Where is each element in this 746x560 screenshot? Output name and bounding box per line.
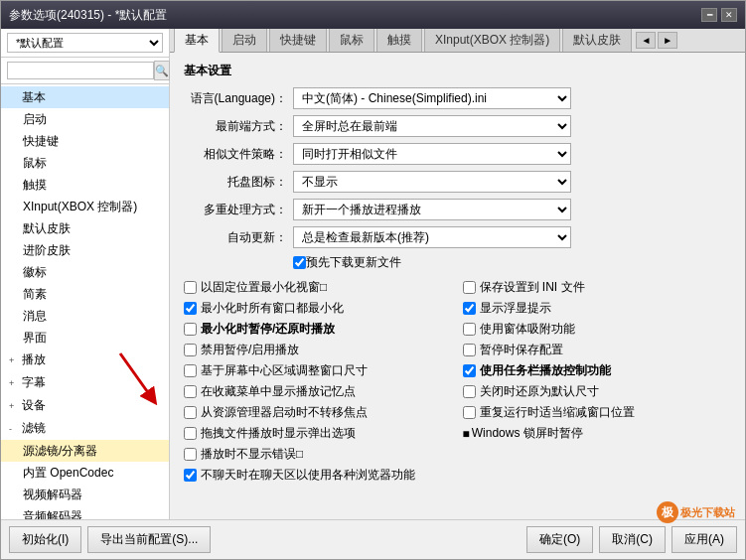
cancel-button[interactable]: 取消(C): [599, 526, 666, 553]
checkbox-input-right-1[interactable]: [463, 302, 476, 315]
init-button[interactable]: 初始化(I): [9, 526, 81, 553]
checkbox-label-left-3: 禁用暂停/启用播放: [201, 342, 299, 358]
checkbox-input-left-5[interactable]: [184, 385, 197, 398]
checkbox-input-right-4[interactable]: [463, 364, 476, 377]
checkbox-label-left-8: 播放时不显示错误□: [201, 446, 303, 463]
checkbox-left-8: 播放时不显示错误□: [184, 446, 453, 463]
tab-start[interactable]: 启动: [222, 29, 267, 52]
auto-update-checkbox[interactable]: [293, 256, 306, 269]
checkbox-label-left-1: 最小化时所有窗口都最小化: [201, 300, 344, 317]
sidebar-header: *默认配置: [1, 29, 169, 58]
form-label-4: 多重处理方式：: [184, 202, 293, 218]
checkbox-input-right-6[interactable]: [463, 406, 476, 419]
tree-item-label: 播放: [22, 352, 46, 366]
sidebar-item-device[interactable]: + 设备: [1, 394, 169, 417]
tab-touch[interactable]: 触摸: [376, 29, 422, 52]
tree-item-label: 触摸: [23, 178, 47, 192]
form-select-4[interactable]: 新开一个播放进程播放: [293, 199, 571, 220]
form-select-2[interactable]: 同时打开相似文件: [293, 143, 571, 165]
checkbox-left-5: 在收藏菜单中显示播放记忆点: [184, 383, 453, 400]
search-button[interactable]: 🔍: [154, 61, 170, 80]
checkbox-input-left-6[interactable]: [184, 406, 197, 419]
form-label-3: 托盘图标：: [184, 174, 293, 191]
sidebar-item-basic[interactable]: 基本: [1, 86, 169, 108]
tab-shortcuts[interactable]: 快捷键: [269, 29, 327, 52]
watermark-icon: 极: [657, 501, 678, 523]
tab-basic[interactable]: 基本: [174, 29, 220, 53]
checkbox-input-left-7[interactable]: [184, 427, 197, 440]
sidebar-item-simple[interactable]: 简素: [1, 283, 169, 305]
checkbox-input-left-8[interactable]: [184, 448, 197, 461]
tree-item-label: 界面: [23, 331, 47, 345]
titlebar-controls: ━ ✕: [701, 8, 737, 22]
sidebar-item-video_decoder[interactable]: 视频解码器: [1, 484, 169, 505]
sidebar-item-message[interactable]: 消息: [1, 305, 169, 327]
main-content: 基本启动快捷键鼠标触摸XInput(XBOX 控制器)默认皮肤 ◄ ► 基本设置…: [170, 29, 745, 519]
tab-prev-button[interactable]: ◄: [636, 32, 656, 49]
close-button[interactable]: ✕: [721, 8, 737, 22]
sidebar: *默认配置 🔍 基本启动快捷键鼠标触摸XInput(XBOX 控制器)默认皮肤进…: [1, 29, 170, 519]
tab-mouse[interactable]: 鼠标: [329, 29, 374, 52]
checkbox-input-left-1[interactable]: [184, 302, 197, 315]
checkbox-input-right-2[interactable]: [463, 323, 476, 336]
sidebar-item-source_splitter[interactable]: 源滤镜/分离器: [1, 440, 169, 462]
ok-button[interactable]: 确定(O): [526, 526, 593, 553]
checkbox-input-left-2[interactable]: [184, 323, 197, 336]
tree-item-label: 字幕: [22, 375, 46, 389]
tree-item-label: XInput(XBOX 控制器): [23, 200, 137, 213]
sidebar-item-audio_decoder[interactable]: 音频解码器: [1, 505, 169, 519]
sidebar-item-builtin_opencodec[interactable]: 内置 OpenCodec: [1, 462, 169, 484]
search-input[interactable]: [7, 62, 154, 79]
checkbox-left-3: 禁用暂停/启用播放: [184, 342, 453, 358]
checkbox-input-left-0[interactable]: [184, 281, 197, 294]
sidebar-item-start[interactable]: 启动: [1, 108, 169, 130]
sidebar-item-xinput[interactable]: XInput(XBOX 控制器): [1, 196, 169, 217]
tree-item-label: 进阶皮肤: [23, 243, 71, 257]
checkbox-input-right-3[interactable]: [463, 344, 476, 356]
sidebar-item-subtitle[interactable]: + 字幕: [1, 371, 169, 394]
checkbox-input-left-9[interactable]: [184, 469, 197, 482]
search-bar: 🔍: [1, 58, 169, 84]
checkbox-input-left-3[interactable]: [184, 344, 197, 356]
tree-item-label: 快捷键: [23, 134, 59, 148]
form-select-1[interactable]: 全屏时总在最前端: [293, 115, 571, 137]
checkbox-label-right-2: 使用窗体吸附功能: [480, 321, 575, 338]
profile-select[interactable]: *默认配置: [7, 33, 163, 53]
sidebar-item-filter[interactable]: - 滤镜: [1, 417, 169, 440]
checkbox-input-left-4[interactable]: [184, 364, 197, 377]
tab-xinput[interactable]: XInput(XBOX 控制器): [424, 29, 560, 52]
sidebar-item-touch[interactable]: 触摸: [1, 174, 169, 196]
apply-button[interactable]: 应用(A): [671, 526, 737, 553]
export-button[interactable]: 导出当前配置(S)...: [87, 526, 211, 553]
tab-default_skin[interactable]: 默认皮肤: [562, 29, 632, 52]
tree-item-label: 内置 OpenCodec: [23, 466, 113, 480]
checkbox-left-4: 基于屏幕中心区域调整窗口尺寸: [184, 362, 453, 379]
checkbox-label-right-3: 暂停时保存配置: [480, 342, 563, 358]
sidebar-item-shortcuts[interactable]: 快捷键: [1, 130, 169, 152]
checkbox-input-right-0[interactable]: [463, 281, 476, 294]
main-window: 参数选项(240315) - *默认配置 ━ ✕ *默认配置 🔍 基本启动快捷键…: [0, 0, 746, 560]
sidebar-item-mouse[interactable]: 鼠标: [1, 152, 169, 174]
sidebar-item-playback[interactable]: + 播放: [1, 349, 169, 371]
checkbox-label-left-2: 最小化时暂停/还原时播放: [201, 321, 335, 338]
tree-item-label: 简素: [23, 287, 47, 301]
checkbox-right-7: ■ Windows 锁屏时暂停: [463, 425, 732, 442]
checkbox-input-right-5[interactable]: [463, 385, 476, 398]
sidebar-item-default_skin[interactable]: 默认皮肤: [1, 217, 169, 239]
auto-update-label: 预先下载更新文件: [306, 254, 401, 271]
bottom-right-buttons: 极 极光下载站 确定(O) 取消(C) 应用(A): [526, 526, 737, 553]
watermark: 极 极光下载站: [657, 501, 735, 523]
form-select-3[interactable]: 不显示: [293, 171, 571, 193]
checkbox-label-right-4: 使用任务栏播放控制功能: [480, 362, 611, 379]
checkbox-label-left-9: 不聊天时在聊天区以使用各种浏览器功能: [201, 467, 415, 484]
titlebar: 参数选项(240315) - *默认配置 ━ ✕: [1, 1, 745, 29]
checkbox-right-2: 使用窗体吸附功能: [463, 321, 732, 338]
pin-button[interactable]: ━: [701, 8, 717, 22]
form-select-0[interactable]: 中文(简体) - Chinese(Simplified).ini: [293, 87, 571, 109]
form-select-5[interactable]: 总是检查最新版本(推荐): [293, 226, 571, 248]
tab-next-button[interactable]: ►: [658, 32, 677, 49]
sidebar-item-logo[interactable]: 徽标: [1, 261, 169, 283]
checkbox-label-right-0: 保存设置到 INI 文件: [480, 279, 585, 296]
sidebar-item-interface[interactable]: 界面: [1, 327, 169, 349]
sidebar-item-advanced_skin[interactable]: 进阶皮肤: [1, 239, 169, 261]
